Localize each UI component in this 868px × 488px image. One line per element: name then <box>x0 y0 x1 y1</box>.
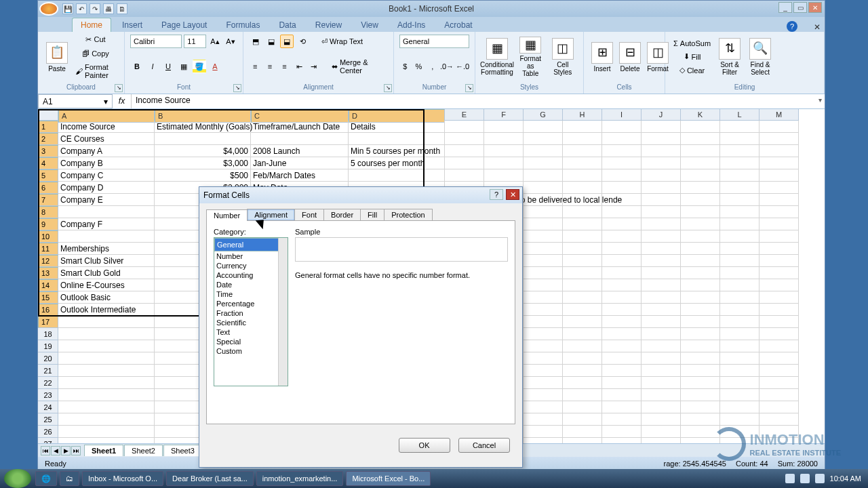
cell[interactable]: Company F <box>58 218 155 230</box>
cell[interactable] <box>524 243 563 255</box>
cell[interactable] <box>602 365 642 377</box>
name-box[interactable]: A1▾ <box>38 94 113 108</box>
cell[interactable] <box>681 121 720 133</box>
cell[interactable] <box>524 267 563 279</box>
formula-bar[interactable]: Income Source▾ <box>132 94 825 108</box>
column-header[interactable]: F <box>484 109 524 121</box>
cell[interactable] <box>720 169 760 182</box>
underline-button[interactable]: U <box>161 60 175 73</box>
cell[interactable] <box>563 182 602 194</box>
cell[interactable] <box>524 340 563 352</box>
cell[interactable]: Smart Club Gold <box>58 267 155 279</box>
cell[interactable] <box>642 426 681 438</box>
cell[interactable] <box>563 206 602 218</box>
cell[interactable] <box>563 401 602 413</box>
cell[interactable] <box>484 169 524 182</box>
cell[interactable]: 5 courses per month <box>349 157 445 169</box>
qat-print-icon[interactable]: 🖶 <box>103 3 114 14</box>
cell[interactable] <box>563 291 602 304</box>
taskbar-window-button[interactable]: Microsoft Excel - Bo... <box>346 471 431 486</box>
cell[interactable]: Details <box>349 121 445 133</box>
category-item[interactable]: Special <box>214 337 288 346</box>
category-item[interactable]: Percentage <box>214 299 288 308</box>
cell[interactable] <box>642 194 681 206</box>
cell[interactable] <box>642 169 681 182</box>
cell[interactable] <box>602 206 642 218</box>
quicklaunch-ie[interactable]: 🌐 <box>35 471 57 486</box>
row-header[interactable]: 13 <box>38 267 58 279</box>
cell[interactable] <box>681 389 720 401</box>
cell[interactable] <box>720 401 760 413</box>
cell[interactable] <box>720 328 760 340</box>
italic-button[interactable]: I <box>146 60 159 73</box>
cell[interactable] <box>524 291 563 304</box>
column-header[interactable]: J <box>642 109 681 121</box>
cell[interactable] <box>642 316 681 328</box>
cell[interactable] <box>524 438 563 443</box>
cell[interactable]: 2008 Launch <box>251 145 349 157</box>
row-header[interactable]: 8 <box>38 206 58 218</box>
row-header[interactable]: 4 <box>38 157 58 169</box>
row-header[interactable]: 3 <box>38 145 58 157</box>
decrease-indent-button[interactable]: ⇤ <box>293 60 306 73</box>
cell[interactable] <box>602 377 642 389</box>
cell[interactable] <box>602 352 642 365</box>
cell[interactable] <box>681 230 720 243</box>
delete-cells-button[interactable]: ⊟Delete <box>617 35 643 79</box>
cell[interactable] <box>720 304 760 316</box>
taskbar-window-button[interactable]: inmotion_exmarketin... <box>256 471 344 486</box>
cell[interactable] <box>681 426 720 438</box>
cell[interactable] <box>681 438 720 443</box>
ribbon-tab-view[interactable]: View <box>353 18 387 32</box>
cell[interactable] <box>563 243 602 255</box>
format-as-table-button[interactable]: ▦Format as Table <box>515 35 546 79</box>
row-header[interactable]: 17 <box>38 316 58 328</box>
cell[interactable] <box>681 377 720 389</box>
orientation-button[interactable]: ⟲ <box>296 35 309 48</box>
column-header[interactable]: I <box>602 109 642 121</box>
autosum-button[interactable]: Σ AutoSum <box>671 37 713 49</box>
cell[interactable] <box>681 340 720 352</box>
increase-decimal-button[interactable]: .0→ <box>440 60 454 73</box>
cell[interactable] <box>681 194 720 206</box>
format-painter-button[interactable]: 🖌 Format Painter <box>73 61 119 81</box>
cell[interactable] <box>681 401 720 413</box>
cell[interactable]: Company B <box>58 157 155 169</box>
cell[interactable] <box>602 157 642 169</box>
column-header[interactable]: L <box>720 109 760 121</box>
align-middle-button[interactable]: ⬓ <box>264 35 278 48</box>
cell[interactable] <box>602 145 642 157</box>
sheet-nav-prev[interactable]: ◀ <box>51 446 60 455</box>
cell[interactable] <box>58 230 155 243</box>
cell[interactable] <box>58 352 155 365</box>
dialog-tab-number[interactable]: Number <box>206 209 248 221</box>
cell[interactable] <box>760 121 799 133</box>
cell[interactable] <box>524 389 563 401</box>
cell[interactable] <box>524 401 563 413</box>
cell[interactable] <box>445 145 484 157</box>
cut-button[interactable]: ✂ Cut <box>73 33 119 46</box>
cell[interactable] <box>602 389 642 401</box>
cell[interactable] <box>760 206 799 218</box>
cell[interactable] <box>58 206 155 218</box>
font-color-button[interactable]: A <box>208 60 222 73</box>
number-launcher[interactable]: ↘ <box>465 84 473 92</box>
cell[interactable] <box>524 255 563 267</box>
cell[interactable] <box>720 291 760 304</box>
cell[interactable] <box>563 194 602 206</box>
ribbon-tab-add-ins[interactable]: Add-Ins <box>389 18 433 32</box>
cell[interactable]: Online E-Courses <box>58 279 155 291</box>
cell[interactable] <box>563 121 602 133</box>
fill-color-button[interactable]: 🪣 <box>193 60 206 73</box>
cell[interactable] <box>563 377 602 389</box>
cell[interactable] <box>720 340 760 352</box>
cell[interactable] <box>602 218 642 230</box>
cell[interactable]: Jan-June <box>251 157 349 169</box>
cell[interactable] <box>524 328 563 340</box>
row-header[interactable]: 20 <box>38 352 58 365</box>
help-icon[interactable]: ? <box>787 21 797 32</box>
cell[interactable]: Timeframe/Launch Date <box>251 121 349 133</box>
cell[interactable] <box>642 365 681 377</box>
row-header[interactable]: 16 <box>38 304 58 316</box>
cell[interactable] <box>681 267 720 279</box>
